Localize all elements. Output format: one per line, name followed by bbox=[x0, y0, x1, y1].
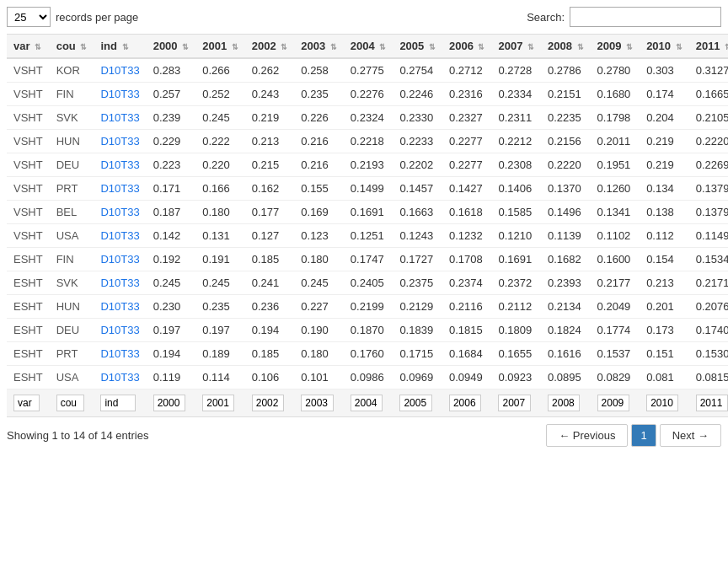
footer-input-2002[interactable] bbox=[252, 395, 284, 411]
cell-2005: 0.1727 bbox=[393, 248, 442, 271]
col-header-2006[interactable]: 2006 ⇅ bbox=[442, 35, 492, 59]
cell-2010: 0.138 bbox=[640, 201, 689, 224]
search-label: Search: bbox=[527, 11, 565, 24]
prev-button[interactable]: ← Previous bbox=[546, 424, 628, 447]
footer-input-2009[interactable] bbox=[597, 395, 629, 411]
cell-2006: 0.1684 bbox=[442, 342, 492, 366]
cell-2001: 0.220 bbox=[195, 153, 245, 177]
cell-2009: 0.1798 bbox=[591, 106, 640, 130]
cell-2010: 0.151 bbox=[640, 342, 689, 366]
table-row: ESHTSVKD10T330.2450.2450.2410.2450.24050… bbox=[7, 271, 728, 295]
cell-2002: 0.185 bbox=[245, 248, 295, 271]
table-row: VSHTDEUD10T330.2230.2200.2150.2160.21930… bbox=[7, 153, 728, 177]
cell-2002: 0.213 bbox=[245, 130, 295, 153]
cell-var: VSHT bbox=[7, 58, 50, 83]
cell-2005: 0.2129 bbox=[393, 295, 442, 319]
records-per-page-select[interactable]: 10 25 50 100 bbox=[7, 7, 51, 27]
col-header-ind[interactable]: ind ⇅ bbox=[94, 35, 146, 59]
cell-2005: 0.2246 bbox=[393, 83, 442, 106]
cell-ind: D10T33 bbox=[94, 58, 146, 83]
cell-2011: 0.0815 bbox=[689, 366, 728, 389]
cell-ind: D10T33 bbox=[94, 201, 146, 224]
col-header-var[interactable]: var ⇅ bbox=[7, 35, 50, 59]
col-header-2004[interactable]: 2004 ⇅ bbox=[344, 35, 393, 59]
cell-2010: 0.213 bbox=[640, 271, 689, 295]
col-header-2003[interactable]: 2003 ⇅ bbox=[294, 35, 344, 59]
page-number-1[interactable]: 1 bbox=[631, 424, 656, 447]
pagination: ← Previous 1 Next → bbox=[546, 424, 721, 447]
col-header-2005[interactable]: 2005 ⇅ bbox=[393, 35, 442, 59]
cell-2007: 0.2334 bbox=[491, 83, 541, 106]
cell-2003: 0.169 bbox=[294, 201, 344, 224]
cell-2007: 0.1210 bbox=[491, 224, 541, 248]
cell-2006: 0.2116 bbox=[442, 295, 492, 319]
cell-2002: 0.241 bbox=[245, 271, 295, 295]
table-row: VSHTUSAD10T330.1420.1310.1270.1230.12510… bbox=[7, 224, 728, 248]
cell-2008: 0.2134 bbox=[541, 295, 591, 319]
cell-2006: 0.1232 bbox=[442, 224, 492, 248]
cell-2008: 0.1139 bbox=[541, 224, 591, 248]
col-header-2007[interactable]: 2007 ⇅ bbox=[491, 35, 541, 59]
cell-2007: 0.2308 bbox=[491, 153, 541, 177]
footer-input-ind[interactable] bbox=[100, 395, 136, 411]
cell-2006: 0.2327 bbox=[442, 106, 492, 130]
cell-2010: 0.201 bbox=[640, 295, 689, 319]
sort-arrows-2006: ⇅ bbox=[478, 43, 484, 51]
cell-2007: 0.1655 bbox=[491, 342, 541, 366]
cell-2002: 0.243 bbox=[245, 83, 295, 106]
col-header-2008[interactable]: 2008 ⇅ bbox=[541, 35, 591, 59]
footer-input-cou[interactable] bbox=[56, 395, 84, 411]
next-button[interactable]: Next → bbox=[660, 424, 721, 447]
cell-2010: 0.154 bbox=[640, 248, 689, 271]
col-header-2001[interactable]: 2001 ⇅ bbox=[195, 35, 245, 59]
cell-cou: HUN bbox=[50, 130, 94, 153]
cell-2006: 0.2277 bbox=[442, 153, 492, 177]
table-header-row: var ⇅ cou ⇅ ind ⇅ 2000 ⇅ 2001 ⇅ 2002 ⇅ 2… bbox=[7, 35, 728, 59]
cell-2001: 0.191 bbox=[195, 248, 245, 271]
cell-2011: 0.1740 bbox=[689, 319, 728, 342]
cell-2004: 0.1870 bbox=[344, 319, 393, 342]
cell-ind: D10T33 bbox=[94, 106, 146, 130]
footer-input-2007[interactable] bbox=[498, 395, 530, 411]
cell-var: VSHT bbox=[7, 224, 50, 248]
col-header-2002[interactable]: 2002 ⇅ bbox=[245, 35, 295, 59]
sort-arrows-2007: ⇅ bbox=[527, 43, 534, 51]
col-header-2011[interactable]: 2011 ⇅ bbox=[689, 35, 728, 59]
cell-2010: 0.219 bbox=[640, 130, 689, 153]
col-header-cou[interactable]: cou ⇅ bbox=[50, 35, 94, 59]
footer-input-2006[interactable] bbox=[449, 395, 481, 411]
cell-2005: 0.2233 bbox=[393, 130, 442, 153]
cell-2004: 0.2199 bbox=[344, 295, 393, 319]
table-row: ESHTUSAD10T330.1190.1140.1060.1010.09860… bbox=[7, 366, 728, 389]
col-header-2000[interactable]: 2000 ⇅ bbox=[147, 35, 196, 59]
col-header-2009[interactable]: 2009 ⇅ bbox=[591, 35, 640, 59]
cell-cou: FIN bbox=[50, 83, 94, 106]
cell-2002: 0.194 bbox=[245, 319, 295, 342]
footer-input-2003[interactable] bbox=[301, 395, 333, 411]
cell-2004: 0.2405 bbox=[344, 271, 393, 295]
search-input[interactable] bbox=[570, 7, 721, 27]
footer-input-2011[interactable] bbox=[696, 395, 728, 411]
cell-2001: 0.180 bbox=[195, 201, 245, 224]
footer-input-2008[interactable] bbox=[548, 395, 580, 411]
cell-2011: 0.1149 bbox=[689, 224, 728, 248]
footer-input-2005[interactable] bbox=[399, 395, 431, 411]
cell-2009: 0.1680 bbox=[591, 83, 640, 106]
footer-input-2001[interactable] bbox=[202, 395, 234, 411]
footer-input-2010[interactable] bbox=[646, 395, 678, 411]
cell-ind: D10T33 bbox=[94, 342, 146, 366]
footer-input-2000[interactable] bbox=[153, 395, 185, 411]
cell-2000: 0.192 bbox=[147, 248, 196, 271]
cell-2001: 0.235 bbox=[195, 295, 245, 319]
cell-ind: D10T33 bbox=[94, 319, 146, 342]
footer-input-2004[interactable] bbox=[351, 395, 383, 411]
cell-2004: 0.1760 bbox=[344, 342, 393, 366]
footer-input-var[interactable] bbox=[13, 395, 40, 411]
sort-arrows-2004: ⇅ bbox=[379, 43, 386, 51]
cell-2007: 0.2728 bbox=[491, 58, 541, 83]
cell-2005: 0.1663 bbox=[393, 201, 442, 224]
cell-2008: 0.2151 bbox=[541, 83, 591, 106]
cell-2009: 0.2177 bbox=[591, 271, 640, 295]
col-header-2010[interactable]: 2010 ⇅ bbox=[640, 35, 689, 59]
cell-var: ESHT bbox=[7, 295, 50, 319]
